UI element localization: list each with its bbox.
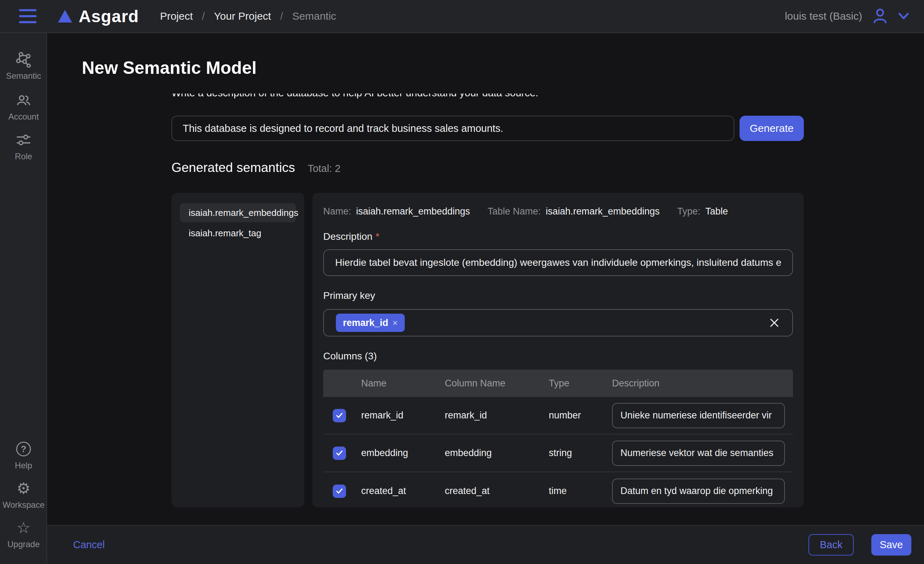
user-menu-chevron-down-icon[interactable] [898, 12, 909, 20]
footer-actions: Back Save [808, 534, 911, 556]
cell-column-name: embedding [445, 448, 549, 459]
cell-name: embedding [361, 448, 445, 459]
description-field-label: Description * [323, 231, 793, 242]
column-description-input[interactable] [612, 478, 785, 504]
table-row: remark_id remark_id number [323, 397, 793, 435]
app-logo[interactable]: Asgard [57, 7, 139, 26]
primary-key-tag: remark_id × [336, 314, 405, 332]
header-type: Type [549, 378, 612, 389]
header-description: Description [612, 378, 789, 389]
cell-name: remark_id [361, 410, 445, 421]
table-row: created_at created_at time [323, 472, 793, 510]
breadcrumb-semantic: Semantic [292, 10, 336, 22]
row-checkbox[interactable] [333, 409, 346, 422]
sidebar-item-label: Account [8, 112, 39, 122]
help-icon: ? [15, 441, 32, 457]
page-title: New Semantic Model [82, 58, 256, 78]
cell-column-name: created_at [445, 486, 549, 496]
save-button[interactable]: Save [871, 534, 911, 556]
sidebar-item-label: Workspace [3, 500, 45, 510]
star-icon: ☆ [15, 520, 32, 536]
cell-type: string [549, 448, 612, 459]
user-avatar-icon[interactable] [871, 8, 889, 25]
header-column-name: Column Name [445, 378, 549, 389]
graph-icon [15, 51, 32, 68]
sidebar-item-help[interactable]: ? Help [0, 441, 47, 471]
required-marker: * [376, 231, 380, 242]
columns-table: Name Column Name Type Description remark… [323, 370, 793, 510]
type-label: Type: [677, 206, 700, 217]
list-item-remark-embeddings[interactable]: isaiah.remark_embeddings [180, 203, 296, 222]
remove-tag-icon[interactable]: × [392, 318, 398, 327]
sidebar-item-workspace[interactable]: ⚙ Workspace [0, 480, 47, 510]
hamburger-menu-icon[interactable] [19, 9, 36, 23]
list-item-remark-tag[interactable]: isaiah.remark_tag [180, 224, 296, 243]
row-checkbox[interactable] [333, 447, 346, 460]
sidebar-item-label: Help [15, 461, 32, 471]
columns-label: Columns (3) [323, 350, 793, 362]
total-count: Total: 2 [308, 163, 341, 174]
helper-text-clipped: Write a description of the database to h… [171, 93, 663, 103]
section-title: Generated semantics [171, 160, 295, 175]
back-button[interactable]: Back [808, 534, 854, 556]
gear-icon: ⚙ [15, 480, 32, 496]
breadcrumb-project[interactable]: Project [160, 10, 192, 22]
column-description-input[interactable] [612, 403, 785, 428]
sidebar-item-label: Semantic [6, 71, 41, 81]
sliders-icon [15, 132, 32, 148]
footer-bar: Cancel Back Save [47, 525, 924, 564]
db-description-input[interactable] [171, 116, 734, 141]
sidebar-item-label: Role [15, 152, 32, 161]
topbar: Asgard Project / Your Project / Semantic… [0, 0, 924, 33]
table-row: embedding embedding string [323, 435, 793, 472]
breadcrumb-separator: / [280, 10, 283, 22]
sidebar-item-role[interactable]: Role [0, 132, 47, 161]
app-root: Asgard Project / Your Project / Semantic… [0, 0, 924, 564]
logo-text: Asgard [79, 7, 139, 26]
columns-table-header: Name Column Name Type Description [323, 370, 793, 397]
header-name: Name [361, 378, 445, 389]
table-name-value: isaiah.remark_embeddings [546, 206, 660, 217]
column-description-input[interactable] [612, 441, 785, 466]
cell-name: created_at [361, 486, 445, 496]
type-value: Table [705, 206, 728, 217]
breadcrumb-your-project[interactable]: Your Project [214, 10, 271, 22]
table-name-label: Table Name: [488, 206, 541, 217]
row-checkbox[interactable] [333, 484, 346, 498]
model-meta-row: Name: isaiah.remark_embeddings Table Nam… [323, 206, 793, 217]
sidebar-item-semantic[interactable]: Semantic [0, 51, 47, 81]
sidebar-item-upgrade[interactable]: ☆ Upgrade [0, 520, 47, 549]
logo-triangle-icon [57, 9, 73, 24]
name-label: Name: [323, 206, 351, 217]
topbar-user-area: louis test (Basic) [785, 8, 909, 25]
user-plan-label: louis test (Basic) [785, 10, 862, 22]
cancel-button[interactable]: Cancel [73, 539, 105, 550]
breadcrumb: Project / Your Project / Semantic [160, 10, 336, 22]
name-value: isaiah.remark_embeddings [356, 206, 470, 217]
sidebar-item-label: Upgrade [8, 539, 40, 549]
generated-semantics-heading: Generated semantics Total: 2 [171, 160, 340, 175]
model-list-panel: isaiah.remark_embeddings isaiah.remark_t… [171, 193, 304, 507]
cell-column-name: remark_id [445, 410, 549, 421]
cell-type: time [549, 486, 612, 496]
sidebar-item-account[interactable]: Account [0, 92, 47, 122]
primary-key-tag-label: remark_id [343, 317, 388, 328]
model-description-input[interactable] [323, 249, 793, 276]
primary-key-label: Primary key [323, 290, 793, 301]
generate-button[interactable]: Generate [740, 116, 804, 141]
sidebar: Semantic Account Role ? [0, 33, 47, 564]
model-detail-panel: Name: isaiah.remark_embeddings Table Nam… [312, 193, 804, 507]
cell-type: number [549, 410, 612, 421]
primary-key-select[interactable]: remark_id × [323, 309, 793, 337]
clear-selection-icon[interactable] [768, 317, 780, 329]
main-content: New Semantic Model Write a description o… [47, 33, 924, 564]
people-icon [15, 92, 32, 108]
breadcrumb-separator: / [202, 10, 205, 22]
